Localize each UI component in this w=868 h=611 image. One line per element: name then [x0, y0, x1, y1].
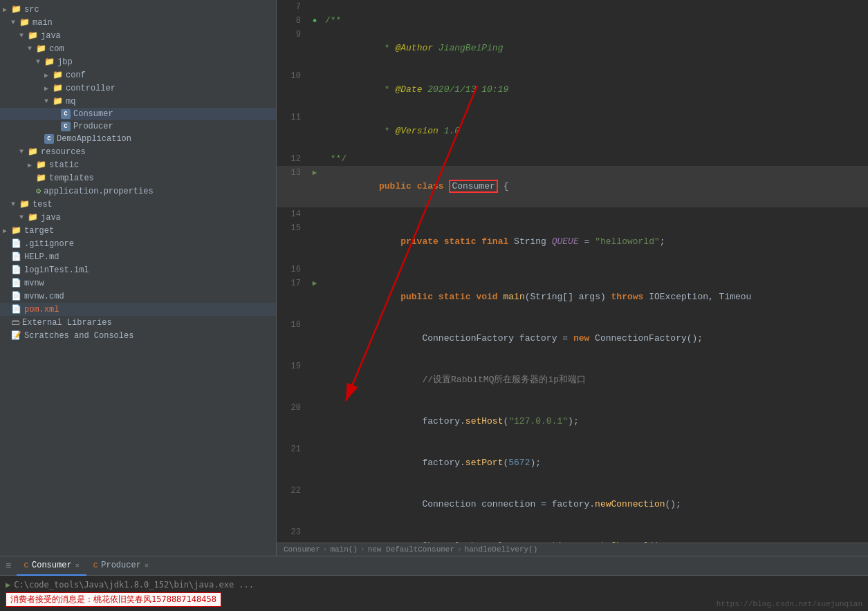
sidebar-item-label: pom.xml — [24, 305, 59, 314]
sidebar-item-conf[interactable]: ▶ 📁 conf — [0, 68, 276, 82]
lib-icon: 🗃 — [11, 317, 19, 328]
sidebar-item-com[interactable]: ▼ 📁 com — [0, 42, 276, 55]
code-line-20: 20 factory.setHost("127.0.0.1"); — [277, 401, 868, 442]
class-icon: C — [61, 109, 71, 119]
sidebar-item-label: test — [33, 200, 53, 209]
sidebar-item-scratches[interactable]: 📝 Scratches and Consoles — [0, 329, 276, 342]
breadcrumb-sep: › — [323, 545, 328, 554]
folder-icon: 📁 — [28, 30, 38, 41]
expand-arrow: ▶ — [3, 6, 11, 14]
line-content: * @Author JiangBeiPing — [322, 28, 868, 69]
line-content: factory.setPort(5672); — [322, 442, 868, 484]
sidebar-item-src[interactable]: ▶ 📁 src — [0, 3, 276, 16]
console-cmd-icon: ▶ — [6, 580, 10, 590]
console-cmd-text: C:\code_tools\Java\jdk1.8.0_152\bin\java… — [14, 580, 254, 590]
sidebar-item-consumer[interactable]: C Consumer — [0, 108, 276, 120]
sidebar-item-iml[interactable]: 📄 loginTest.iml — [0, 263, 276, 276]
sidebar-item-java[interactable]: ▼ 📁 java — [0, 29, 276, 42]
line-num: 15 — [277, 221, 308, 235]
code-line-10: 10 * @Date 2020/1/13 10:19 — [277, 69, 868, 111]
line-content: public class Consumer { — [322, 166, 868, 207]
sidebar-item-jbp[interactable]: ▼ 📁 jbp — [0, 55, 276, 68]
expand-arrow: ▼ — [19, 148, 28, 156]
sidebar-item-static[interactable]: ▶ 📁 static — [0, 158, 276, 171]
code-line-18: 18 ConnectionFactory factory = new Conne… — [277, 318, 868, 359]
sidebar-item-producer[interactable]: C Producer — [0, 120, 276, 133]
expand-arrow: ▼ — [44, 97, 53, 105]
line-num: 13 — [277, 166, 308, 180]
xml-icon: 📄 — [11, 304, 21, 314]
line-gutter: ▶ — [308, 166, 322, 180]
sidebar-item-app-props[interactable]: ⚙ application.properties — [0, 185, 276, 198]
sidebar-item-test[interactable]: ▼ 📁 test — [0, 198, 276, 211]
breadcrumb-sep: › — [360, 545, 365, 554]
folder-icon: 📁 — [19, 199, 30, 209]
sidebar-item-demo-app[interactable]: C DemoApplication — [0, 133, 276, 145]
sidebar-item-mvnw-cmd[interactable]: 📄 mvnw.cmd — [0, 290, 276, 303]
file-icon: 📄 — [11, 238, 21, 249]
expand-arrow: ▼ — [19, 214, 28, 221]
sidebar-item-templates[interactable]: 📁 templates — [0, 171, 276, 185]
code-line-9: 9 * @Author JiangBeiPing — [277, 28, 868, 69]
sidebar-item-mvnw[interactable]: 📄 mvnw — [0, 276, 276, 290]
sidebar-item-help-md[interactable]: 📄 HELP.md — [0, 250, 276, 263]
sidebar-item-test-java[interactable]: ▼ 📁 java — [0, 211, 276, 224]
line-num: 23 — [277, 525, 308, 539]
sidebar-item-label: conf — [66, 70, 86, 80]
sidebar-item-mq[interactable]: ▼ 📁 mq — [0, 95, 276, 108]
tab-consumer[interactable]: C Consumer ✕ — [17, 556, 86, 576]
folder-icon: 📁 — [53, 96, 63, 106]
sidebar-item-ext-libs[interactable]: 🗃 External Libraries — [0, 316, 276, 329]
line-num: 12 — [277, 152, 308, 166]
sidebar-item-label: resources — [41, 147, 86, 157]
code-line-22: 22 Connection connection = factory.newCo… — [277, 484, 868, 525]
line-num: 21 — [277, 442, 308, 456]
sidebar-item-gitignore[interactable]: 📄 .gitignore — [0, 237, 276, 250]
breadcrumb-part-consumer: Consumer — [284, 545, 320, 554]
sidebar-item-label: HELP.md — [24, 252, 59, 262]
sidebar-item-label: mvnw — [24, 279, 44, 288]
sidebar-item-label: mvnw.cmd — [24, 292, 64, 301]
tab-close-producer[interactable]: ✕ — [145, 561, 149, 570]
line-num: 18 — [277, 318, 308, 332]
code-line-14: 14 — [277, 207, 868, 221]
folder-icon: 📁 — [44, 57, 55, 67]
tab-producer[interactable]: C Producer ✕ — [86, 556, 156, 576]
mvnw-icon: 📄 — [11, 278, 21, 288]
line-content: Connection connection = factory.newConne… — [322, 484, 868, 525]
code-editor[interactable]: 7 8 ● /** 9 * @Author JiangBeiPing 10 — [277, 0, 868, 543]
sidebar-item-label: Producer — [73, 122, 113, 131]
sidebar-item-pom[interactable]: 📄 pom.xml — [0, 303, 276, 316]
folder-icon: 📁 — [53, 83, 63, 93]
main-layout: ▶ 📁 src ▼ 📁 main ▼ 📁 java ▼ — [0, 0, 868, 556]
expand-arrow: ▼ — [11, 19, 19, 26]
project-sidebar: ▶ 📁 src ▼ 📁 main ▼ 📁 java ▼ — [0, 0, 277, 556]
footer-link: https://blog.csdn.net/xuejunqian — [717, 600, 862, 608]
line-num: 7 — [277, 0, 308, 14]
expand-arrow: ▼ — [36, 58, 44, 66]
code-editor-area: 7 8 ● /** 9 * @Author JiangBeiPing 10 — [277, 0, 868, 556]
code-line-7: 7 — [277, 0, 868, 14]
line-content: public static void main(String[] args) t… — [322, 276, 868, 318]
code-line-17: 17 ▶ public static void main(String[] ar… — [277, 276, 868, 318]
tab-close-consumer[interactable]: ✕ — [75, 561, 80, 570]
console-output-box: 消费者接受的消息是：桃花依旧笑春风1578887148458 — [6, 592, 221, 607]
line-num: 22 — [277, 484, 308, 498]
sidebar-item-controller[interactable]: ▶ 📁 controller — [0, 82, 276, 95]
sidebar-item-resources[interactable]: ▼ 📁 resources — [0, 145, 276, 158]
code-line-19: 19 //设置RabbitMQ所在服务器的ip和端口 — [277, 359, 868, 401]
line-content: * @Version 1.0 — [322, 111, 868, 152]
sidebar-item-target[interactable]: ▶ 📁 target — [0, 224, 276, 237]
sidebar-item-label: main — [33, 18, 53, 28]
expand-arrow: ▶ — [44, 71, 53, 79]
consumer-class-highlight: Consumer — [449, 180, 497, 193]
breadcrumb-sep: › — [457, 545, 462, 554]
folder-icon: 📁 — [36, 44, 46, 54]
sidebar-item-label: java — [41, 213, 61, 223]
sidebar-item-main[interactable]: ▼ 📁 main — [0, 16, 276, 29]
folder-icon: 📁 — [11, 225, 21, 236]
sidebar-item-label: templates — [49, 173, 94, 183]
line-content: **/ — [322, 152, 868, 166]
tab-label-consumer: Consumer — [32, 561, 72, 570]
sidebar-item-label: DemoApplication — [57, 134, 131, 144]
